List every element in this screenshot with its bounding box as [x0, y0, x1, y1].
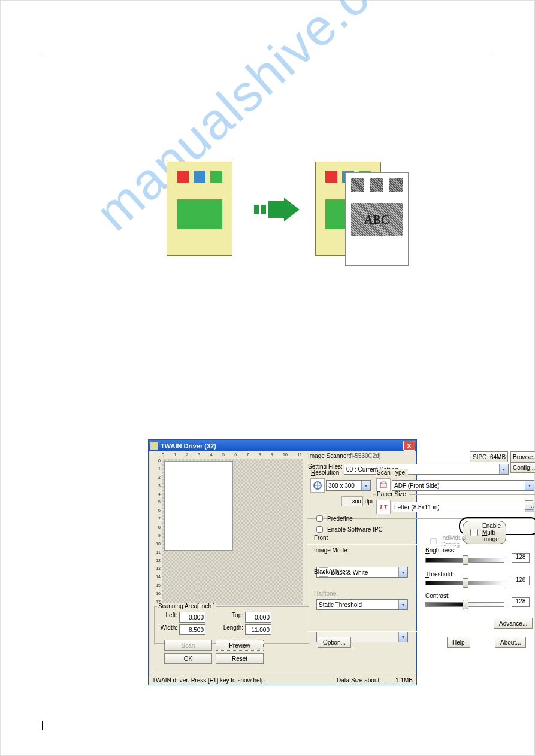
brightness-label: Brightness:Brightness:	[425, 547, 455, 554]
status-text: TWAIN driver. Press [F1] key to show hel…	[149, 677, 333, 684]
gray-square	[351, 178, 364, 192]
threshold-value[interactable]: 128	[512, 576, 530, 585]
dpi-label: dpi	[365, 498, 373, 505]
close-button[interactable]: X	[403, 441, 415, 451]
predefine-checkbox[interactable]: Predefine	[314, 514, 353, 524]
scanning-area-label: Scanning Area[ inch ]	[157, 603, 216, 609]
memory-button[interactable]: 64MB	[488, 451, 508, 462]
paper-size-select[interactable]: Letter (8.5x11 in)	[392, 502, 534, 512]
paper-size-icon: LT	[376, 500, 391, 514]
preview-area[interactable]	[162, 459, 303, 605]
reset-button[interactable]: Reset	[216, 653, 264, 664]
green-square	[210, 171, 222, 183]
resolution-icon	[310, 478, 325, 493]
red-square	[177, 171, 189, 183]
resolution-group: RResolutionesolution 300 x 300 dpi	[307, 473, 376, 519]
contrast-slider[interactable]	[425, 600, 503, 608]
contrast-value[interactable]: 128	[512, 597, 530, 607]
scan-button[interactable]: Scan	[164, 640, 212, 651]
paper-size-more-button[interactable]: ...	[525, 500, 533, 510]
scanner-value: fi-5530C2dj	[350, 453, 380, 459]
divider2	[307, 631, 532, 632]
length-input[interactable]	[245, 624, 271, 635]
arrow-icon	[254, 198, 301, 221]
left-input[interactable]	[179, 612, 205, 623]
svg-rect-0	[254, 205, 259, 214]
length-label: Length:	[207, 624, 243, 635]
data-size-label: Data Size about:	[333, 677, 385, 684]
header-divider	[42, 56, 492, 56]
titlebar[interactable]: TWAIN Driver (32) X	[149, 440, 416, 451]
width-label: Width:	[158, 624, 177, 635]
top-label: Top:	[207, 612, 243, 623]
left-label: Left:	[158, 612, 177, 623]
brightness-value[interactable]: 128	[512, 553, 530, 563]
page-number	[42, 721, 50, 730]
resolution-custom-input[interactable]	[341, 496, 363, 506]
scan-type-select[interactable]: ADF (Front Side)	[392, 480, 534, 491]
illustration: ABC	[167, 162, 409, 266]
option-button[interactable]: Option...	[318, 637, 351, 648]
paper-size-group: Paper Size: LT Letter (8.5x11 in)	[373, 494, 535, 519]
divider	[307, 544, 532, 545]
threshold-label: Threshold:Threshold:	[425, 571, 454, 578]
preview-page	[164, 461, 233, 551]
data-size-value: 1.1MB	[385, 677, 416, 684]
brightness-slider[interactable]	[425, 555, 503, 564]
svg-rect-1	[261, 205, 266, 214]
app-icon	[150, 442, 158, 450]
svg-marker-2	[268, 198, 300, 221]
window-title: TWAIN Driver (32)	[161, 442, 403, 450]
image-mode-label: Image Mode:	[314, 547, 349, 554]
gray-rect: ABC	[351, 203, 403, 236]
about-button[interactable]: About...	[495, 637, 526, 648]
top-input[interactable]	[245, 612, 271, 623]
advance-button[interactable]: Advance...	[494, 618, 533, 629]
statusbar: TWAIN driver. Press [F1] key to show hel…	[149, 675, 416, 685]
output-doc: ABC	[345, 172, 409, 266]
ruler-vertical: 01234567891011121314151617	[154, 459, 161, 604]
source-doc	[167, 162, 232, 256]
help-button[interactable]: Help	[447, 637, 470, 648]
resolution-label: RResolutionesolution	[310, 469, 340, 476]
ok-button[interactable]: OK	[164, 653, 212, 664]
svg-rect-7	[382, 482, 385, 484]
black-white-label: Black/White:	[314, 569, 347, 575]
scan-type-label: Scan Type:	[376, 469, 408, 476]
enable-multi-image-checkbox[interactable]: Enable Multi ImageEnable Multi Image	[463, 521, 506, 544]
green-rect	[177, 199, 222, 229]
scanning-area-group: Scanning Area[ inch ] Left: Top: Width: …	[154, 606, 309, 644]
threshold-slider[interactable]	[425, 578, 503, 587]
contrast-label: Contrast:Contrast:	[425, 593, 450, 599]
scanner-label: Image Scanner:	[308, 453, 350, 459]
individual-setting-checkbox: Individual Setting	[428, 535, 466, 548]
enable-software-ipc-checkbox[interactable]: Enable Software IPC	[314, 524, 383, 535]
preview-button[interactable]: Preview	[216, 640, 264, 651]
resolution-select[interactable]: 300 x 300	[326, 480, 371, 491]
paper-size-label: Paper Size:	[376, 491, 409, 497]
twain-driver-window: TWAIN Driver (32) X 01234567891011 01234…	[148, 439, 417, 685]
blue-square	[194, 171, 205, 183]
browse-button[interactable]: Browse...	[510, 451, 535, 462]
halftone-label: Halftone:	[314, 590, 338, 597]
black-white-select[interactable]: Static Threshold	[316, 599, 408, 610]
front-label: Front	[314, 535, 328, 541]
config-button[interactable]: Config...	[510, 462, 535, 473]
ruler-horizontal: 01234567891011	[162, 453, 302, 459]
sipc-button[interactable]: SIPC	[470, 451, 489, 462]
width-input[interactable]	[179, 624, 205, 635]
